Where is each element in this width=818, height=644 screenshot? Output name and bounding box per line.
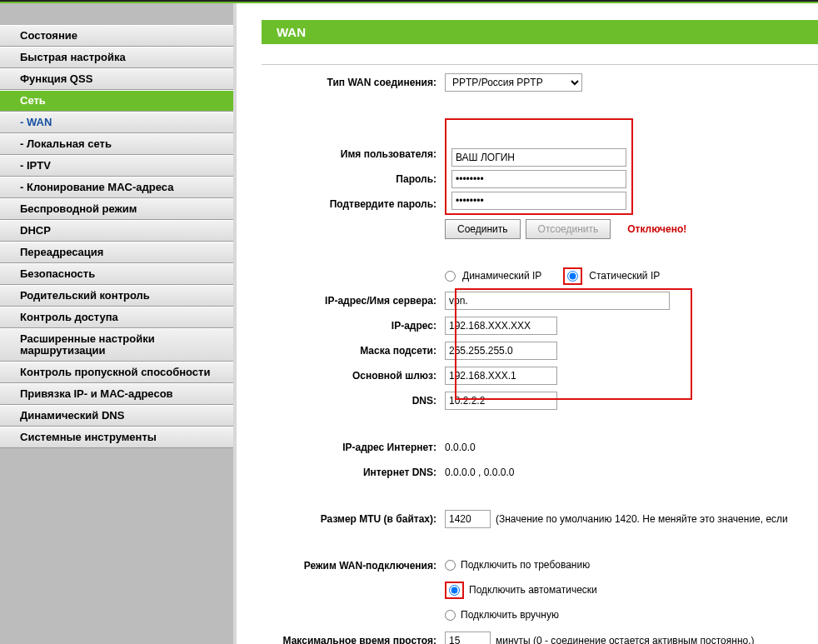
mtu-input[interactable] (445, 510, 491, 528)
static-ip-radio[interactable] (567, 271, 578, 282)
wan-type-label: Тип WAN соединения: (262, 77, 445, 88)
sidebar-item[interactable]: DHCP (0, 220, 233, 242)
sidebar-subitem[interactable]: - WAN (0, 112, 233, 133)
dns-input[interactable] (445, 392, 557, 410)
static-ip-highlight (563, 267, 582, 285)
sidebar-item[interactable]: Переадресация (0, 242, 233, 263)
dynamic-ip-radio[interactable] (445, 271, 456, 282)
wan-type-select[interactable]: PPTP/Россия PPTP (445, 73, 582, 92)
gateway-input[interactable] (445, 367, 557, 385)
mtu-label: Размер MTU (в байтах): (262, 513, 445, 525)
username-label: Имя пользователя: (262, 148, 445, 160)
content-area: WAN Тип WAN соединения: PPTP/Россия PPTP (233, 3, 818, 644)
sidebar-subitem[interactable]: - Локальная сеть (0, 133, 233, 155)
dynamic-ip-label: Динамический IP (462, 270, 541, 282)
sidebar-item[interactable]: Родительский контроль (0, 285, 233, 307)
sidebar-item[interactable]: Безопасность (0, 263, 233, 285)
disconnect-button[interactable]: Отсоединить (526, 219, 611, 239)
sidebar-item[interactable]: Быстрая настройка (0, 47, 233, 68)
idle-note: минуты (0 - соединение остается активным… (496, 635, 755, 644)
ip-label: IP-адрес: (262, 320, 445, 332)
mode-manual-radio[interactable] (445, 610, 456, 621)
server-input[interactable] (445, 292, 670, 310)
server-label: IP-адрес/Имя сервера: (262, 295, 445, 307)
mode-auto-radio[interactable] (449, 585, 460, 596)
mode-auto-label: Подключить автоматически (469, 584, 597, 596)
internet-ip-value: 0.0.0.0 (445, 442, 476, 453)
internet-dns-value: 0.0.0.0 , 0.0.0.0 (445, 467, 514, 478)
sidebar-subitem[interactable]: - IPTV (0, 155, 233, 177)
gateway-label: Основной шлюз: (262, 370, 445, 382)
sidebar-item[interactable]: Состояние (0, 25, 233, 47)
connect-button[interactable]: Соединить (445, 219, 521, 239)
sidebar-item[interactable]: Беспроводной режим (0, 198, 233, 220)
sidebar-item[interactable]: Сеть (0, 90, 233, 112)
password-label: Пароль: (262, 173, 445, 185)
mask-label: Маска подсети: (262, 345, 445, 357)
sidebar-item[interactable]: Контроль пропускной способности (0, 362, 233, 383)
ip-input[interactable] (445, 317, 557, 335)
sidebar: СостояниеБыстрая настройкаФункция QSSСет… (0, 3, 233, 644)
sidebar-subitem[interactable]: - Клонирование MAC-адреса (0, 177, 233, 198)
divider (262, 64, 818, 65)
sidebar-item[interactable]: Функция QSS (0, 68, 233, 90)
connection-status: Отключено! (627, 223, 686, 235)
sidebar-item[interactable]: Расширенные настройки маршрутизации (0, 328, 233, 362)
dns-label: DNS: (262, 395, 445, 407)
mask-input[interactable] (445, 342, 557, 360)
idle-input[interactable] (445, 632, 491, 644)
sidebar-item[interactable]: Привязка IP- и МАС-адресов (0, 383, 233, 405)
internet-dns-label: Интернет DNS: (262, 467, 445, 478)
mode-demand-radio[interactable] (445, 560, 456, 571)
wan-mode-label: Режим WAN-подключения: (262, 560, 445, 572)
panel-title: WAN (262, 20, 818, 44)
mode-demand-label: Подключить по требованию (461, 559, 590, 571)
mtu-note: (Значение по умолчанию 1420. Не меняйте … (496, 513, 788, 525)
password-confirm-label: Подтвердите пароль: (262, 198, 445, 210)
idle-label: Максимальное время простоя: (262, 635, 445, 644)
mode-auto-highlight (445, 582, 464, 599)
sidebar-item[interactable]: Контроль доступа (0, 307, 233, 328)
mode-manual-label: Подключить вручную (461, 609, 559, 621)
internet-ip-label: IP-адрес Интернет: (262, 442, 445, 453)
sidebar-item[interactable]: Динамический DNS (0, 405, 233, 427)
static-ip-label: Статический IP (589, 270, 660, 282)
sidebar-item[interactable]: Системные инструменты (0, 427, 233, 448)
